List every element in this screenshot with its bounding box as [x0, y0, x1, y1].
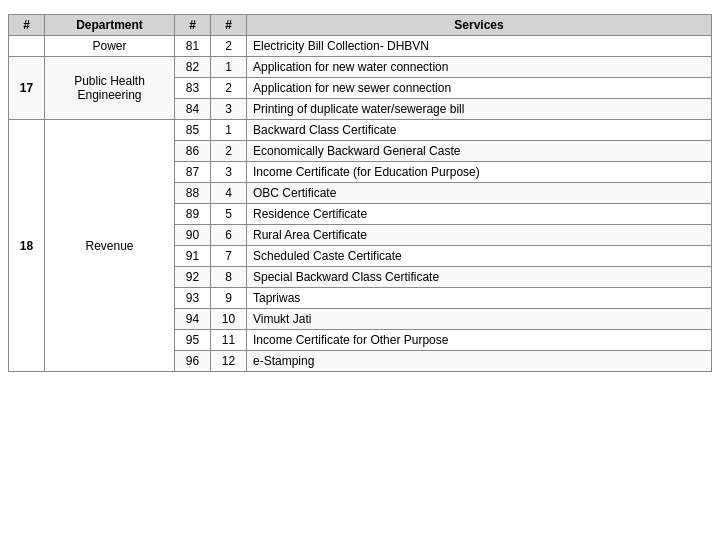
service-number: 94 — [175, 309, 211, 330]
service-number: 81 — [175, 36, 211, 57]
service-number: 83 — [175, 78, 211, 99]
service-number: 86 — [175, 141, 211, 162]
service-name: Vimukt Jati — [247, 309, 712, 330]
sub-number: 5 — [211, 204, 247, 225]
service-name: Residence Certificate — [247, 204, 712, 225]
service-number: 90 — [175, 225, 211, 246]
service-number: 96 — [175, 351, 211, 372]
service-number: 89 — [175, 204, 211, 225]
service-name: Scheduled Caste Certificate — [247, 246, 712, 267]
service-name: e-Stamping — [247, 351, 712, 372]
col-header-sno: # — [175, 15, 211, 36]
department-name: Public Health Engineering — [45, 57, 175, 120]
service-name: OBC Certificate — [247, 183, 712, 204]
service-name: Electricity Bill Collection- DHBVN — [247, 36, 712, 57]
service-number: 82 — [175, 57, 211, 78]
services-table: # Department # # Services Power812Electr… — [8, 14, 712, 372]
sub-number: 2 — [211, 141, 247, 162]
service-name: Special Backward Class Certificate — [247, 267, 712, 288]
service-name: Tapriwas — [247, 288, 712, 309]
sub-number: 12 — [211, 351, 247, 372]
sub-number: 11 — [211, 330, 247, 351]
col-header-sub: # — [211, 15, 247, 36]
service-number: 95 — [175, 330, 211, 351]
sub-number: 10 — [211, 309, 247, 330]
service-number: 85 — [175, 120, 211, 141]
sub-number: 4 — [211, 183, 247, 204]
row-number: 17 — [9, 57, 45, 120]
sub-number: 1 — [211, 120, 247, 141]
service-name: Economically Backward General Caste — [247, 141, 712, 162]
service-name: Rural Area Certificate — [247, 225, 712, 246]
sub-number: 2 — [211, 36, 247, 57]
table-row: 17Public Health Engineering821Applicatio… — [9, 57, 712, 78]
service-name: Printing of duplicate water/sewerage bil… — [247, 99, 712, 120]
col-header-dept: Department — [45, 15, 175, 36]
service-name: Income Certificate (for Education Purpos… — [247, 162, 712, 183]
table-row: Power812Electricity Bill Collection- DHB… — [9, 36, 712, 57]
service-number: 93 — [175, 288, 211, 309]
col-header-row: # — [9, 15, 45, 36]
row-number — [9, 36, 45, 57]
service-number: 88 — [175, 183, 211, 204]
sub-number: 2 — [211, 78, 247, 99]
page: # Department # # Services Power812Electr… — [0, 0, 720, 380]
service-number: 92 — [175, 267, 211, 288]
service-name: Backward Class Certificate — [247, 120, 712, 141]
col-header-services: Services — [247, 15, 712, 36]
service-name: Income Certificate for Other Purpose — [247, 330, 712, 351]
sub-number: 3 — [211, 99, 247, 120]
row-number: 18 — [9, 120, 45, 372]
sub-number: 9 — [211, 288, 247, 309]
department-name: Power — [45, 36, 175, 57]
service-number: 91 — [175, 246, 211, 267]
sub-number: 6 — [211, 225, 247, 246]
sub-number: 8 — [211, 267, 247, 288]
department-name: Revenue — [45, 120, 175, 372]
service-number: 87 — [175, 162, 211, 183]
sub-number: 7 — [211, 246, 247, 267]
sub-number: 3 — [211, 162, 247, 183]
table-row: 18Revenue851Backward Class Certificate — [9, 120, 712, 141]
service-name: Application for new water connection — [247, 57, 712, 78]
sub-number: 1 — [211, 57, 247, 78]
service-number: 84 — [175, 99, 211, 120]
service-name: Application for new sewer connection — [247, 78, 712, 99]
